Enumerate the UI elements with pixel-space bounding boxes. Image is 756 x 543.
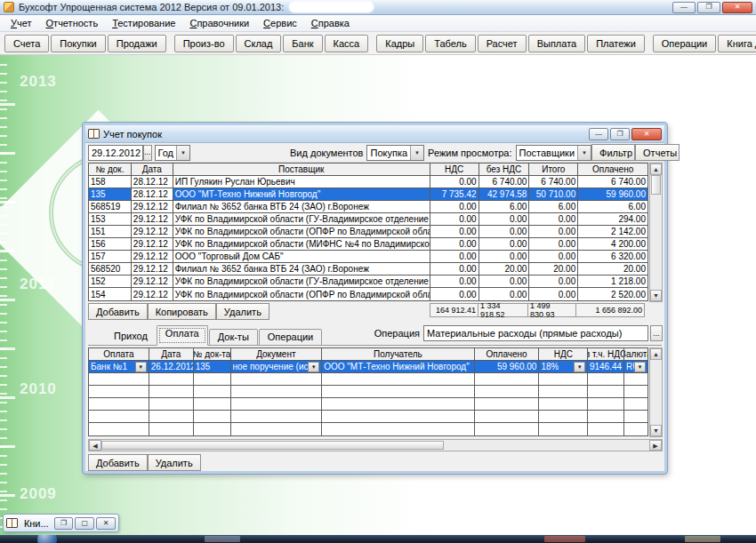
- cell[interactable]: 0.00: [430, 263, 479, 275]
- column-header[interactable]: № док.: [89, 164, 132, 176]
- cell[interactable]: [89, 423, 149, 435]
- column-header[interactable]: № док-та: [194, 348, 231, 361]
- cell[interactable]: [89, 386, 149, 398]
- add-button[interactable]: Добавить: [88, 303, 148, 320]
- payments-vscrollbar[interactable]: ▲ ▼: [649, 347, 663, 437]
- mini-maximize-button[interactable]: ▢: [75, 517, 94, 530]
- menu-item-тестирование[interactable]: Тестирование: [105, 16, 182, 30]
- scrollbar-thumb[interactable]: [101, 441, 444, 450]
- cell[interactable]: 20.00: [578, 263, 647, 275]
- cell[interactable]: [539, 373, 588, 386]
- toolbar-button[interactable]: Платежи: [587, 35, 645, 52]
- cell[interactable]: 0.00: [479, 213, 530, 226]
- payment-row[interactable]: Банк №1 ▼ 26.12.2012 135 ное поручение (…: [89, 361, 647, 373]
- payment-docno-cell[interactable]: 135: [194, 361, 231, 373]
- cell[interactable]: 151: [89, 226, 132, 238]
- menu-item-справка[interactable]: Справка: [304, 16, 357, 30]
- menu-item-учет[interactable]: Учет: [4, 16, 39, 30]
- minimize-button[interactable]: —: [672, 2, 696, 13]
- cell[interactable]: [322, 423, 474, 435]
- cell[interactable]: ИП Гулякин Руслан Юрьевич: [173, 176, 430, 188]
- cell[interactable]: 29.12.12: [132, 238, 173, 251]
- cell[interactable]: 0.00: [430, 275, 479, 288]
- chevron-down-icon[interactable]: ▼: [634, 362, 646, 372]
- filter-button[interactable]: Фильтр: [591, 144, 635, 161]
- toolbar-button[interactable]: Кадры: [376, 35, 423, 52]
- cell[interactable]: [588, 423, 624, 435]
- payment-paid-cell[interactable]: 59 960.00: [475, 361, 540, 373]
- copy-button[interactable]: Копировать: [148, 303, 216, 320]
- table-row[interactable]: 56852029.12.12Филиал № 3652 банка ВТБ 24…: [89, 263, 647, 275]
- payments-hscrollbar[interactable]: ◀ ▶: [88, 439, 663, 451]
- cell[interactable]: УФК по Владимирской области (ОПФР по Вла…: [173, 288, 430, 300]
- cell[interactable]: 0.00: [430, 201, 479, 213]
- toolbar-button[interactable]: Банк: [283, 35, 322, 52]
- empty-row[interactable]: [89, 411, 647, 423]
- toolbar-button[interactable]: Покупки: [51, 35, 105, 52]
- table-row[interactable]: 15429.12.12УФК по Владимирской области (…: [89, 288, 647, 300]
- column-header[interactable]: НДС: [539, 348, 588, 361]
- cell[interactable]: [475, 423, 540, 435]
- payment-vat-cell[interactable]: 18% ▼: [539, 361, 588, 373]
- toolbar-button[interactable]: Касса: [325, 35, 369, 52]
- cell[interactable]: 28.12.12: [132, 188, 173, 201]
- toolbar-button[interactable]: Выплата: [528, 35, 586, 52]
- cell[interactable]: 157: [89, 251, 132, 263]
- cell[interactable]: [89, 398, 149, 411]
- cell[interactable]: 29.12.12: [132, 288, 173, 300]
- cell[interactable]: 152: [89, 275, 132, 288]
- cell[interactable]: 0.00: [430, 226, 479, 238]
- tab-операции[interactable]: Операции: [259, 329, 322, 346]
- scroll-down-icon[interactable]: ▼: [650, 425, 662, 436]
- toolbar-button[interactable]: Табель: [425, 35, 475, 52]
- table-row[interactable]: 13528.12.12ООО "МТ-Техно Нижний Новгород…: [89, 188, 647, 201]
- cell[interactable]: 0.00: [529, 238, 578, 251]
- cell[interactable]: [539, 411, 588, 423]
- cell[interactable]: 0.00: [529, 213, 578, 226]
- payment-vat-amount-cell[interactable]: 9146.44: [588, 361, 624, 373]
- chevron-down-icon[interactable]: ▼: [574, 362, 585, 372]
- period-select[interactable]: Год ▼: [155, 145, 191, 161]
- cell[interactable]: Филиал № 3652 банка ВТБ 24 (ЗАО) г.Ворон…: [173, 201, 430, 213]
- chevron-down-icon[interactable]: ▼: [308, 362, 319, 372]
- tab-приход[interactable]: Приход: [106, 329, 156, 346]
- scrollbar-thumb[interactable]: [651, 175, 661, 195]
- cell[interactable]: ООО "Торговый Дом САБ": [173, 251, 430, 263]
- purchases-restore-button[interactable]: ❐: [610, 128, 630, 140]
- payment-currency-cell[interactable]: RUR ▼: [624, 361, 647, 373]
- cell[interactable]: [194, 411, 231, 423]
- cell[interactable]: 0.00: [529, 275, 578, 288]
- cell[interactable]: 294.00: [578, 213, 647, 226]
- cell[interactable]: [588, 398, 624, 411]
- menu-item-сервис[interactable]: Сервис: [256, 16, 304, 30]
- cell[interactable]: УФК по Владимирской области (ГУ-Владимир…: [173, 275, 430, 288]
- cell[interactable]: 0.00: [430, 238, 479, 251]
- cell[interactable]: 6 740.00: [479, 176, 530, 188]
- cell[interactable]: 7 735.42: [430, 188, 479, 201]
- cell[interactable]: 29.12.12: [132, 275, 173, 288]
- column-header[interactable]: Оплачено: [578, 164, 647, 176]
- cell[interactable]: [149, 423, 194, 435]
- cell[interactable]: 20.00: [529, 263, 578, 275]
- column-header[interactable]: Оплачено: [475, 348, 540, 361]
- tab-оплата[interactable]: Оплата: [157, 325, 208, 346]
- cell[interactable]: [475, 411, 540, 423]
- scroll-up-icon[interactable]: ▲: [650, 164, 662, 175]
- date-field[interactable]: 29.12.2012: [88, 145, 143, 161]
- scroll-right-icon[interactable]: ▶: [649, 440, 662, 451]
- table-row[interactable]: 15129.12.12УФК по Владимирской области (…: [89, 226, 647, 238]
- cell[interactable]: [231, 423, 323, 435]
- cell[interactable]: [539, 423, 588, 435]
- toolbar-button[interactable]: Произ-во: [174, 35, 234, 52]
- cell[interactable]: [231, 411, 323, 423]
- cell[interactable]: 6.00: [479, 201, 530, 213]
- cell[interactable]: [89, 411, 149, 423]
- cell[interactable]: 6 740.00: [529, 176, 578, 188]
- payment-date-cell[interactable]: 26.12.2012: [149, 361, 194, 373]
- cell[interactable]: [194, 373, 231, 386]
- reports-button[interactable]: Отчеты: [635, 144, 680, 161]
- cell[interactable]: 6.00: [578, 201, 647, 213]
- view-mode-select[interactable]: Поставщики ▼: [516, 145, 592, 161]
- cell[interactable]: 153: [89, 213, 132, 226]
- cell[interactable]: 0.00: [430, 176, 479, 188]
